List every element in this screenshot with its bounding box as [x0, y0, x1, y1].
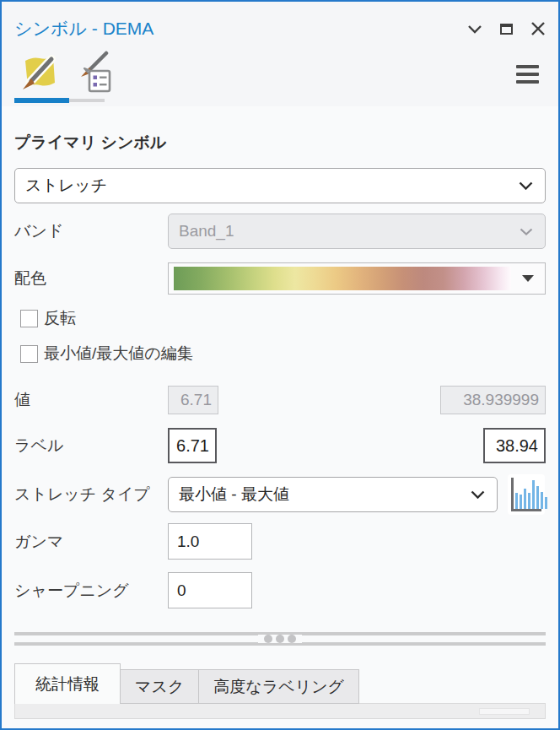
- sharpening-row: シャープニング: [14, 572, 546, 608]
- label-row-label: ラベル: [14, 435, 168, 457]
- label-row: ラベル: [14, 428, 546, 463]
- color-scheme-row: 配色: [14, 262, 546, 295]
- primary-symbology-form: プライマリ シンボル ストレッチ バンド Band_1 配色 反転 最小: [2, 106, 558, 728]
- maximize-icon[interactable]: [500, 24, 513, 35]
- stretch-type-value: 最小値 - 最大値: [179, 484, 289, 506]
- chevron-down-icon: [520, 228, 533, 235]
- chevron-down-icon: [471, 490, 485, 499]
- symbology-pane: シンボル - DEMA: [0, 0, 560, 730]
- tab-advanced-labeling[interactable]: 高度なラベリング: [198, 669, 359, 704]
- gamma-label: ガンマ: [14, 531, 168, 553]
- dropdown-arrow-icon: [511, 275, 545, 282]
- sharpening-input[interactable]: [168, 572, 252, 608]
- band-value: Band_1: [179, 222, 234, 241]
- active-tab-underline: [2, 96, 558, 106]
- splitter-handle[interactable]: [258, 635, 302, 643]
- tab-mask[interactable]: マスク: [120, 669, 199, 704]
- invert-label: 反転: [44, 307, 76, 329]
- value-label: 値: [14, 389, 168, 411]
- stretch-method-dropdown[interactable]: ストレッチ: [14, 168, 546, 203]
- label-max-input[interactable]: [483, 428, 546, 463]
- histogram-button[interactable]: [508, 474, 545, 515]
- pane-splitter: [14, 631, 546, 646]
- pane-title: シンボル - DEMA: [14, 17, 467, 41]
- stretch-type-row: ストレッチ タイプ 最小値 - 最大値: [14, 474, 546, 515]
- chevron-down-icon[interactable]: [467, 24, 482, 34]
- color-scheme-dropdown[interactable]: [168, 262, 546, 295]
- close-icon[interactable]: [530, 21, 546, 36]
- note-brush-icon: [15, 51, 61, 98]
- band-row: バンド Band_1: [14, 214, 546, 249]
- stretch-type-label: ストレッチ タイプ: [14, 484, 168, 506]
- value-min-input: [168, 386, 218, 414]
- value-row: 値: [14, 386, 546, 414]
- symbology-tabs: [14, 52, 115, 96]
- gamma-row: ガンマ: [14, 523, 546, 560]
- stretch-type-dropdown[interactable]: 最小値 - 最大値: [168, 477, 498, 512]
- tab-primary-symbology[interactable]: [14, 52, 61, 96]
- band-label: バンド: [14, 220, 168, 242]
- page-title: プライマリ シンボル: [14, 132, 546, 154]
- edit-minmax-checkbox[interactable]: [20, 345, 38, 363]
- tab-statistics[interactable]: 統計情報: [14, 663, 121, 704]
- stretch-method-value: ストレッチ: [25, 175, 107, 197]
- invert-checkbox-row: 反転: [20, 307, 546, 329]
- brush-list-icon: [69, 51, 115, 98]
- sharpening-label: シャープニング: [14, 580, 168, 602]
- color-scheme-label: 配色: [14, 268, 168, 289]
- titlebar: シンボル - DEMA: [2, 2, 558, 41]
- menu-icon[interactable]: [516, 65, 539, 84]
- color-ramp: [174, 267, 511, 290]
- tab-vary-symbology[interactable]: [68, 52, 115, 96]
- strip-grip: [479, 708, 530, 715]
- histogram-icon: [511, 478, 541, 511]
- value-max-input: [440, 386, 546, 414]
- titlebar-icons: [467, 21, 546, 36]
- edit-minmax-checkbox-row: 最小値/最大値の編集: [20, 343, 546, 365]
- invert-checkbox[interactable]: [20, 310, 38, 327]
- bottom-tab-strip: [14, 703, 546, 719]
- chevron-down-icon: [519, 181, 533, 190]
- edit-minmax-label: 最小値/最大値の編集: [44, 343, 193, 365]
- symbology-toolbar: [2, 41, 558, 96]
- band-dropdown: Band_1: [168, 214, 546, 249]
- bottom-tab-bar: 統計情報 マスク 高度なラベリング: [14, 663, 546, 704]
- label-min-input[interactable]: [168, 428, 217, 463]
- gamma-input[interactable]: [168, 523, 252, 560]
